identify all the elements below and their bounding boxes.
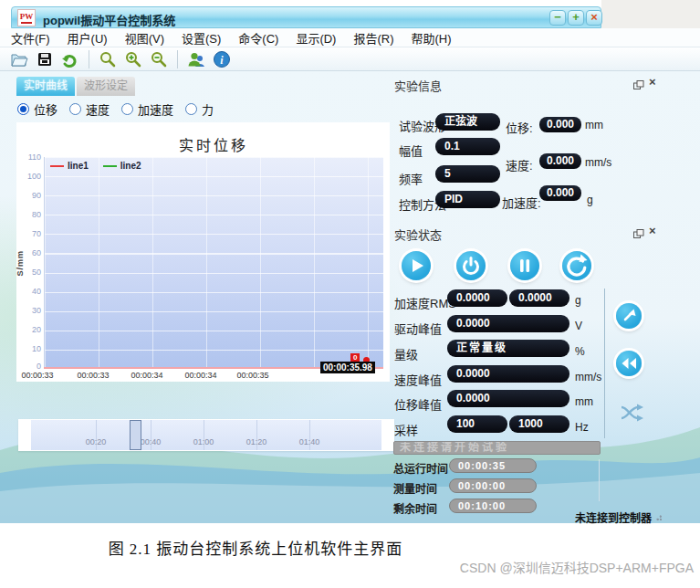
timeline-label: 01:40 — [293, 437, 326, 446]
float-panel-icon[interactable] — [633, 226, 644, 236]
menu-command[interactable]: 命令(C) — [238, 29, 278, 47]
control-method-field[interactable]: PID — [435, 191, 500, 208]
maximize-button[interactable]: + — [568, 10, 584, 26]
frequency-label: 频率 — [399, 170, 423, 187]
radio-circle — [69, 103, 81, 115]
user-icon[interactable] — [186, 49, 206, 69]
vel-peak-unit: mm/s — [575, 371, 601, 383]
measure-time-label: 测量时间 — [393, 480, 437, 496]
signal-radio-group: 位移 速度 加速度 力 — [17, 100, 214, 118]
shuffle-icon[interactable] — [619, 403, 646, 426]
sampling-unit: Hz — [575, 421, 589, 434]
restart-button[interactable] — [562, 251, 591, 280]
legend-line1: line1 — [50, 161, 89, 171]
power-button[interactable] — [456, 251, 486, 280]
title-bar: PW popwil振动平台控制系统 − + × — [11, 6, 601, 28]
plot-area[interactable] — [44, 157, 383, 369]
float-panel-icon[interactable] — [633, 78, 644, 88]
zoom-icon[interactable] — [98, 49, 118, 69]
radio-force[interactable]: 力 — [185, 100, 214, 118]
zoom-out-icon[interactable] — [149, 49, 169, 69]
menu-file[interactable]: 文件(F) — [11, 29, 50, 47]
info-panel-title: 实验信息 — [394, 77, 442, 94]
legend-line2: line2 — [103, 161, 141, 171]
timeline-scroller[interactable]: 00:20 00:40 01:00 01:20 01:40 — [18, 419, 394, 451]
y-tick: 90 — [16, 191, 41, 200]
cursor-time-tooltip: 00:00:35.98 — [320, 362, 375, 373]
cursor-badge: 0 — [350, 353, 360, 362]
remaining-time-value: 00:10:00 — [449, 499, 537, 513]
toolbar-separator — [177, 50, 178, 68]
drive-peak-label: 驱动峰值 — [394, 320, 442, 337]
tab-waveform-setting[interactable]: 波形设定 — [77, 77, 135, 96]
app-logo-icon: PW — [17, 9, 36, 26]
sampling-value-2[interactable]: 1000 — [509, 415, 569, 433]
x-tick: 00:00:34 — [127, 371, 167, 380]
drive-peak-unit: V — [575, 320, 582, 332]
realtime-chart: 实时位移 S/mm 110 100 90 80 70 60 50 40 30 2… — [16, 122, 390, 382]
legend-label: line2 — [120, 161, 141, 171]
close-button[interactable]: × — [586, 10, 602, 26]
x-tick: 00:00:34 — [181, 371, 221, 380]
menu-help[interactable]: 帮助(H) — [411, 29, 451, 47]
total-runtime-label: 总运行时间 — [393, 460, 448, 476]
amplitude-field[interactable]: 0.1 — [435, 138, 500, 155]
x-tick: 00:00:33 — [17, 371, 57, 380]
start-button[interactable] — [402, 251, 431, 280]
pause-button[interactable] — [510, 251, 539, 280]
save-icon[interactable] — [35, 49, 55, 69]
drive-peak-value: 0.0000 — [447, 315, 569, 332]
menu-settings[interactable]: 设置(S) — [182, 29, 221, 47]
rewind-button[interactable] — [616, 351, 642, 376]
expand-button[interactable] — [616, 303, 642, 329]
window-title: popwil振动平台控制系统 — [43, 11, 175, 28]
velocity-label: 速度: — [506, 156, 533, 173]
acc-rms-value-1: 0.0000 — [447, 289, 507, 307]
panel-close-icon[interactable]: × — [649, 226, 656, 236]
y-tick: 10 — [16, 344, 41, 353]
logo-bar — [21, 22, 32, 24]
acc-rms-unit: g — [575, 294, 581, 307]
radio-displacement[interactable]: 位移 — [17, 100, 57, 118]
radio-circle — [17, 103, 29, 115]
panel-close-icon[interactable]: × — [649, 77, 656, 88]
disp-peak-label: 位移峰值 — [394, 395, 442, 413]
menu-display[interactable]: 显示(D) — [296, 29, 336, 47]
velocity-readout: 0.000 — [539, 153, 581, 169]
radio-acceleration[interactable]: 加速度 — [121, 100, 173, 118]
frequency-field[interactable]: 5 — [435, 165, 500, 183]
zoom-in-icon[interactable] — [123, 49, 143, 69]
sampling-value-1[interactable]: 100 — [447, 415, 507, 433]
vel-peak-label: 速度峰值 — [394, 371, 442, 388]
legend-label: line1 — [68, 161, 89, 171]
tab-realtime-curve[interactable]: 实时曲线 — [16, 77, 75, 96]
displacement-unit: mm — [585, 119, 603, 131]
wave-type-field[interactable]: 正弦波 — [435, 113, 500, 131]
timeline-label: 01:20 — [240, 437, 273, 446]
undo-icon[interactable] — [60, 49, 80, 69]
connection-banner: 未连接请开始试验 — [393, 441, 601, 455]
minimize-button[interactable]: − — [549, 10, 566, 26]
radio-velocity[interactable]: 速度 — [69, 100, 110, 118]
x-tick: 00:00:33 — [73, 371, 113, 380]
disp-peak-unit: mm — [575, 395, 593, 408]
timeline-track[interactable]: 00:20 00:40 01:00 01:20 01:40 — [31, 420, 381, 450]
resize-grip[interactable] — [654, 513, 662, 520]
menu-view[interactable]: 视图(V) — [125, 29, 164, 47]
menu-report[interactable]: 报告(R) — [353, 29, 393, 47]
screenshot-root: PW popwil振动平台控制系统 − + × 文件(F) 用户(U) 视图(V… — [0, 0, 700, 588]
figure-caption: 图 2.1 振动台控制系统上位机软件主界面 — [0, 536, 511, 559]
acc-rms-value-2: 0.0000 — [509, 289, 569, 307]
y-tick: 30 — [16, 306, 41, 315]
remaining-time-label: 剩余时间 — [393, 500, 437, 516]
timeline-slider-handle[interactable] — [130, 420, 141, 450]
level-label: 量级 — [394, 345, 418, 362]
velocity-unit: mm/s — [585, 156, 611, 169]
toolbar-separator — [89, 50, 89, 68]
timeline-label: 01:00 — [187, 437, 220, 446]
menu-user[interactable]: 用户(U) — [68, 29, 108, 47]
open-folder-icon[interactable] — [9, 49, 29, 69]
info-icon[interactable]: i — [212, 49, 232, 69]
measure-time-value: 00:00:00 — [449, 478, 537, 493]
acceleration-readout: 0.000 — [539, 185, 581, 201]
